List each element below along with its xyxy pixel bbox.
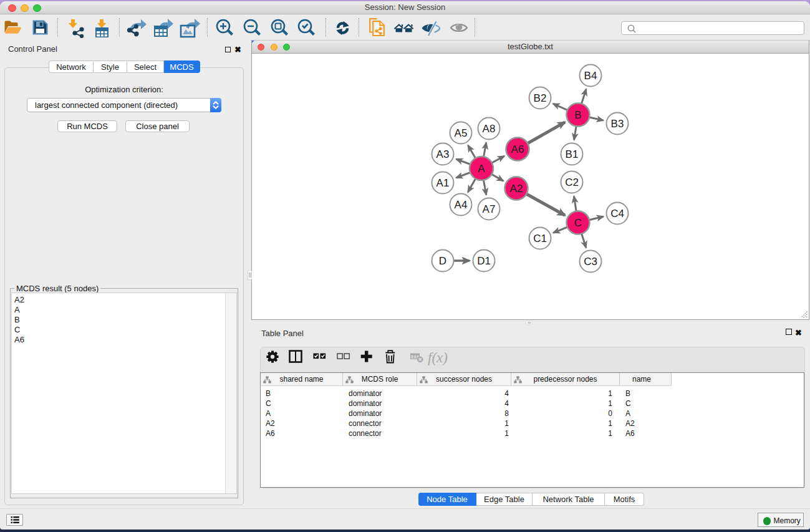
svg-text:B1: B1 — [566, 148, 579, 160]
svg-text:A8: A8 — [483, 123, 496, 135]
svg-text:D1: D1 — [477, 255, 491, 267]
svg-text:B2: B2 — [534, 92, 547, 104]
svg-text:C4: C4 — [610, 208, 624, 220]
svg-text:A: A — [478, 163, 485, 175]
svg-text:D: D — [439, 255, 446, 267]
svg-text:C3: C3 — [584, 256, 597, 268]
svg-text:B: B — [574, 109, 581, 121]
svg-text:A1: A1 — [436, 177, 450, 189]
svg-text:B3: B3 — [611, 118, 624, 130]
svg-text:A2: A2 — [510, 183, 523, 195]
svg-text:A3: A3 — [436, 148, 450, 160]
svg-text:f(x): f(x) — [428, 350, 448, 365]
svg-text:C: C — [574, 217, 582, 229]
svg-text:A7: A7 — [483, 203, 496, 215]
svg-text:A5: A5 — [455, 127, 468, 139]
svg-text:A6: A6 — [511, 143, 524, 155]
svg-text:C1: C1 — [533, 233, 547, 244]
svg-text:B4: B4 — [584, 70, 597, 82]
svg-text:A4: A4 — [455, 199, 468, 211]
svg-text:C2: C2 — [565, 177, 579, 188]
